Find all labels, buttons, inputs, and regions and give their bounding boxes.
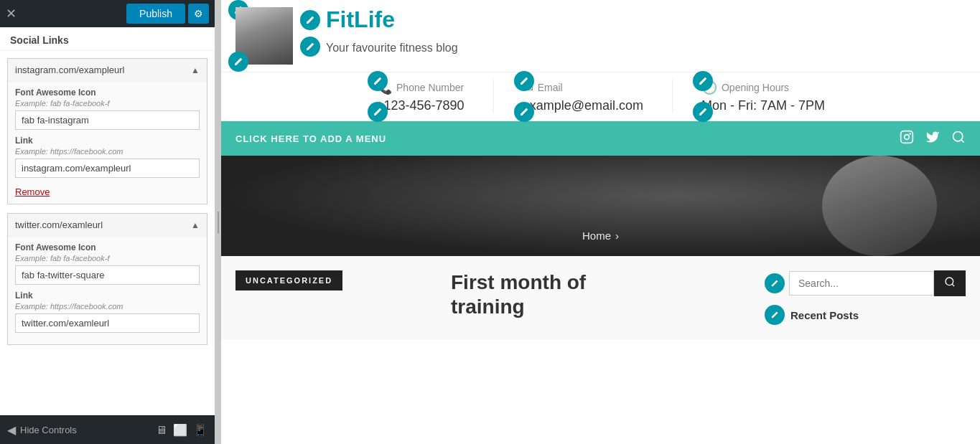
content-left: UNCATEGORIZED (235, 270, 437, 325)
link-label-instagram: Link (15, 136, 200, 146)
font-awesome-label-instagram: Font Awesome Icon (15, 88, 200, 98)
hours-top-edit-button[interactable] (693, 71, 713, 91)
search-submit-button[interactable] (934, 270, 966, 296)
panel-title: Social Links (0, 27, 215, 51)
nav-bar: CLICK HERE TO ADD A MENU (221, 121, 980, 156)
social-item-body-twitter: Font Awesome Icon Example: fab fa-facebo… (8, 237, 207, 344)
email-bottom-edit-button[interactable] (514, 102, 534, 122)
social-item-header-twitter[interactable]: twitter.com/examleurl ▲ (8, 214, 207, 237)
bottom-bar: ◀ Hide Controls 🖥 ⬜ 📱 (0, 415, 215, 444)
svg-rect-0 (901, 131, 913, 143)
tablet-icon[interactable]: ⬜ (173, 423, 187, 437)
blog-header: FitLife Your favourite fitness blog (221, 0, 980, 72)
link-input-twitter[interactable] (15, 313, 200, 333)
svg-point-1 (905, 134, 910, 139)
phone-bottom-edit-button[interactable] (368, 102, 388, 122)
phone-value: +123-456-7890 (376, 98, 465, 113)
search-bar (765, 270, 966, 296)
font-awesome-example-instagram: Example: fab fa-facebook-f (15, 99, 200, 108)
font-awesome-example-twitter: Example: fab fa-facebook-f (15, 254, 200, 263)
link-example-twitter: Example: https://facebook.com (15, 302, 200, 311)
content-middle: First month of training (451, 270, 750, 325)
uncategorized-badge[interactable]: UNCATEGORIZED (235, 270, 342, 291)
search-edit-button[interactable] (765, 273, 785, 293)
search-nav-icon[interactable] (951, 130, 966, 148)
email-value: example@email.com (523, 98, 643, 113)
info-item-email: ✉ Email example@email.com (494, 80, 673, 113)
close-button[interactable]: ✕ (6, 7, 17, 20)
top-bar: ✕ Publish ⚙ (0, 0, 215, 27)
hero-image (808, 156, 951, 256)
info-item-hours: 🕐 Opening Hours Mon - Fri: 7AM - 7PM (673, 80, 854, 113)
instagram-nav-icon[interactable] (900, 130, 914, 148)
svg-point-4 (946, 278, 953, 285)
collapse-arrow-instagram: ▲ (191, 65, 200, 75)
hide-controls-arrow: ◀ (7, 423, 16, 437)
recent-posts-edit-button[interactable] (765, 305, 785, 325)
social-item-twitter: twitter.com/examleurl ▲ Font Awesome Ico… (7, 213, 207, 345)
social-item-instagram: instagram.com/exampleurl ▲ Font Awesome … (7, 58, 207, 204)
hero-area: Home › (221, 156, 980, 256)
blog-logo-wrap (235, 7, 293, 65)
breadcrumb-arrow: › (615, 230, 619, 242)
email-top-edit-button[interactable] (514, 71, 534, 91)
breadcrumb: Home › (582, 230, 619, 242)
font-awesome-label-twitter: Font Awesome Icon (15, 242, 200, 252)
phone-label: 📞 Phone Number (376, 80, 465, 95)
font-awesome-input-twitter[interactable] (15, 265, 200, 285)
mobile-icon[interactable]: 📱 (193, 423, 207, 437)
article-title: First month of training (451, 270, 750, 318)
logo-bottom-edit-button[interactable] (228, 52, 248, 72)
desktop-icon[interactable]: 🖥 (156, 423, 167, 437)
recent-posts-title: Recent Posts (765, 305, 966, 325)
content-right: Recent Posts (765, 270, 966, 325)
hide-controls-area[interactable]: ◀ Hide Controls (7, 423, 77, 437)
device-icons: 🖥 ⬜ 📱 (156, 423, 207, 437)
resize-handle[interactable] (215, 0, 221, 444)
info-item-phone: 📞 Phone Number +123-456-7890 (347, 80, 494, 113)
remove-link-instagram[interactable]: Remove (15, 186, 50, 197)
search-input[interactable] (789, 271, 934, 296)
info-bar: 📞 Phone Number +123-456-7890 ✉ Ema (221, 72, 980, 121)
title-edit-button[interactable] (300, 10, 320, 30)
phone-top-edit-button[interactable] (368, 71, 388, 91)
collapse-arrow-twitter: ▲ (191, 220, 200, 230)
panel-scroll: instagram.com/exampleurl ▲ Font Awesome … (0, 51, 215, 415)
twitter-nav-icon[interactable] (925, 130, 940, 148)
publish-button[interactable]: Publish (126, 4, 185, 24)
breadcrumb-home[interactable]: Home (582, 230, 611, 242)
link-example-instagram: Example: https://facebook.com (15, 147, 200, 156)
content-area: UNCATEGORIZED First month of training Re… (221, 256, 980, 339)
hours-label: 🕐 Opening Hours (701, 80, 825, 95)
nav-menu-text[interactable]: CLICK HERE TO ADD A MENU (235, 133, 386, 144)
hours-value: Mon - Fri: 7AM - 7PM (701, 98, 825, 113)
social-item-header-instagram[interactable]: instagram.com/exampleurl ▲ (8, 59, 207, 82)
blog-title-wrap: FitLife Your favourite fitness blog (300, 7, 458, 57)
social-item-body-instagram: Font Awesome Icon Example: fab fa-facebo… (8, 82, 207, 204)
blog-title: FitLife (326, 7, 395, 32)
hours-bottom-edit-button[interactable] (693, 102, 713, 122)
svg-point-3 (953, 131, 963, 141)
left-panel: ✕ Publish ⚙ Social Links instagram.com/e… (0, 0, 215, 444)
svg-point-2 (909, 133, 911, 135)
email-label: ✉ Email (523, 80, 643, 95)
hide-controls-button[interactable]: Hide Controls (20, 425, 77, 435)
social-item-url-twitter: twitter.com/examleurl (15, 219, 103, 230)
main-area: FitLife Your favourite fitness blog 📞 Ph… (221, 0, 980, 444)
link-input-instagram[interactable] (15, 159, 200, 178)
social-item-url-instagram: instagram.com/exampleurl (15, 65, 124, 75)
font-awesome-input-instagram[interactable] (15, 110, 200, 130)
nav-icons (900, 130, 966, 148)
link-label-twitter: Link (15, 291, 200, 301)
subtitle-edit-button[interactable] (300, 37, 320, 57)
settings-button[interactable]: ⚙ (188, 4, 209, 24)
recent-posts-label: Recent Posts (790, 309, 859, 321)
blog-subtitle: Your favourite fitness blog (326, 42, 458, 55)
